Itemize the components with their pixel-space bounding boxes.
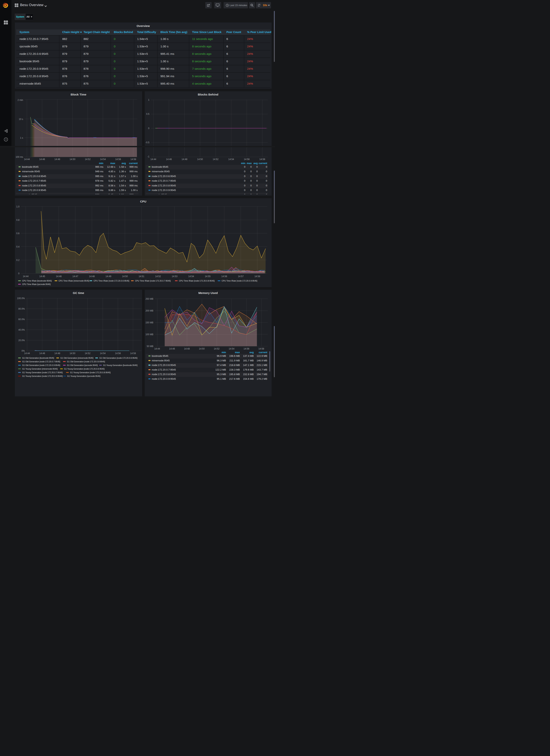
svg-text:?: ? <box>5 138 6 141</box>
